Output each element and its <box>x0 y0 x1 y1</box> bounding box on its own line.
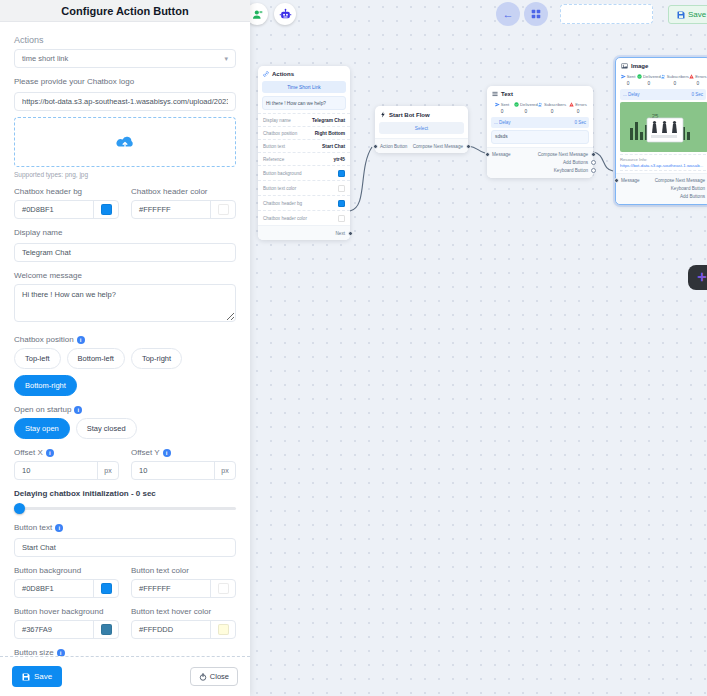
info-icon: i <box>55 524 63 532</box>
node-row: Chatbox header bg <box>258 195 350 210</box>
offset-x-unit: px <box>98 462 118 479</box>
actions-node[interactable]: Actions Time Short Link Hi there ! How c… <box>258 66 350 240</box>
position-bottom-right[interactable]: Bottom-right <box>14 375 77 396</box>
header-color-value: #FFFFFF <box>132 201 211 218</box>
actions-node-message: Hi there ! How can we help? <box>262 96 346 110</box>
logo-url-input[interactable] <box>14 92 236 111</box>
offset-x-field[interactable]: 10 px <box>14 461 119 480</box>
button-bg-field[interactable]: #0D8BF1 <box>14 579 119 598</box>
text-node-content[interactable]: sdsds <box>491 130 589 144</box>
delay-slider[interactable] <box>14 502 236 514</box>
button-hover-bg-swatch[interactable] <box>94 621 118 638</box>
actions-select-value: time short link <box>22 54 68 63</box>
button-text-color-value: #FFFFFF <box>132 580 211 597</box>
header-bg-field[interactable]: #0D8BF1 <box>14 200 119 219</box>
position-bottom-left[interactable]: Bottom-left <box>67 348 125 369</box>
startup-label: Open on startupi <box>14 405 236 414</box>
compose-next-message-port[interactable] <box>466 144 471 149</box>
actions-node-footer: Next <box>258 225 350 240</box>
message-port[interactable] <box>614 178 619 183</box>
users-icon <box>538 102 543 107</box>
send-icon <box>621 74 626 79</box>
info-icon: i <box>74 406 82 414</box>
add-node-fab[interactable]: ✛ <box>688 265 707 290</box>
image-node-delay[interactable]: ... Delay0 Sec <box>620 89 706 100</box>
flow-canvas[interactable]: ← Save Actions Time Short Link Hi there … <box>250 0 707 696</box>
color-swatch <box>338 185 345 192</box>
text-node-footer: Message Compose Next Message Add Buttons… <box>487 147 593 178</box>
action-button-port[interactable] <box>373 144 378 149</box>
menu-icon <box>492 91 498 97</box>
port-label: Message <box>621 178 640 183</box>
robot-icon <box>279 8 292 20</box>
message-port[interactable] <box>485 152 490 157</box>
select-flow-button[interactable]: Select <box>379 122 464 134</box>
share-button[interactable] <box>250 3 268 25</box>
welcome-textarea[interactable]: Hi there ! How can we help? <box>14 284 236 322</box>
resource-link[interactable]: https://bot-data.s3.ap-southeast-1.wasab… <box>620 163 706 171</box>
add-buttons-port[interactable] <box>591 160 596 165</box>
slider-track[interactable] <box>14 507 236 510</box>
back-button[interactable]: ← <box>496 2 520 26</box>
bot-button[interactable] <box>274 3 296 25</box>
chevron-down-icon: ▾ <box>224 55 228 63</box>
slider-thumb[interactable] <box>14 503 25 514</box>
port-label: Add Buttons <box>680 194 705 199</box>
image-thumbnail[interactable]: .25 <box>620 102 706 152</box>
offset-x-value: 10 <box>15 462 98 479</box>
button-bg-value: #0D8BF1 <box>15 580 94 597</box>
upload-hint: Supported types: png, jpg <box>14 171 236 178</box>
button-text-hover-field[interactable]: #FFFDDD <box>131 620 236 639</box>
canvas-save-button[interactable]: Save <box>668 5 707 24</box>
port-label: Keyboard Button <box>554 168 588 173</box>
floppy-icon <box>22 673 30 681</box>
flow-name-input[interactable] <box>560 4 653 24</box>
welcome-label: Welcome message <box>14 271 236 280</box>
startup-stay-open[interactable]: Stay open <box>14 418 70 439</box>
text-node-delay[interactable]: ... Delay0 Sec <box>491 117 589 128</box>
header-bg-swatch[interactable] <box>94 201 118 218</box>
position-top-left[interactable]: Top-left <box>14 348 61 369</box>
offset-y-field[interactable]: 10 px <box>131 461 236 480</box>
position-top-right[interactable]: Top-right <box>131 348 182 369</box>
compose-next-message-port[interactable] <box>591 152 596 157</box>
text-node[interactable]: Text Sent0 Delivered0 Subscribers0 Error… <box>487 86 593 178</box>
error-icon <box>689 74 694 79</box>
panel-footer: Save Close <box>0 656 250 696</box>
port-label: Add Buttons <box>563 160 588 165</box>
check-icon <box>637 74 642 79</box>
info-icon: i <box>46 449 54 457</box>
button-bg-swatch[interactable] <box>94 580 118 597</box>
logo-upload-dropzone[interactable] <box>14 117 236 167</box>
power-icon <box>199 673 207 681</box>
keyboard-button-port[interactable] <box>591 168 596 173</box>
save-button[interactable]: Save <box>12 666 62 687</box>
button-text-color-field[interactable]: #FFFFFF <box>131 579 236 598</box>
port-label: Compose Next Message <box>538 152 588 157</box>
button-text-color-swatch[interactable] <box>211 580 235 597</box>
close-button[interactable]: Close <box>190 667 238 686</box>
button-hover-bg-value: #367FA9 <box>15 621 94 638</box>
header-color-swatch[interactable] <box>211 201 235 218</box>
next-port[interactable] <box>348 231 353 236</box>
panel-title: Configure Action Button <box>61 5 188 17</box>
header-color-field[interactable]: #FFFFFF <box>131 200 236 219</box>
button-text-hover-swatch[interactable] <box>211 621 235 638</box>
start-bot-flow-node[interactable]: Start Bot Flow Select Action Button Comp… <box>375 106 468 153</box>
actions-select[interactable]: time short link ▾ <box>14 49 236 68</box>
node-row: Button background <box>258 165 350 180</box>
offset-y-label: Offset Yi <box>131 448 236 457</box>
button-text-input[interactable] <box>14 538 236 557</box>
image-node[interactable]: Image Sent0 Delivered0 Subscribers0 Erro… <box>615 57 707 205</box>
person-icon <box>252 9 263 20</box>
button-bg-label: Button background <box>14 566 119 575</box>
info-icon: i <box>57 649 65 657</box>
button-hover-bg-field[interactable]: #367FA9 <box>14 620 119 639</box>
grid-view-button[interactable] <box>524 2 548 26</box>
panel-body: Actions time short link ▾ Please provide… <box>0 22 250 656</box>
port-label: Message <box>492 152 511 157</box>
send-icon <box>495 102 500 107</box>
display-name-input[interactable] <box>14 243 236 262</box>
startup-stay-closed[interactable]: Stay closed <box>76 418 137 439</box>
image-node-footer: Message Compose Next Message Keyboard Bu… <box>616 173 707 204</box>
